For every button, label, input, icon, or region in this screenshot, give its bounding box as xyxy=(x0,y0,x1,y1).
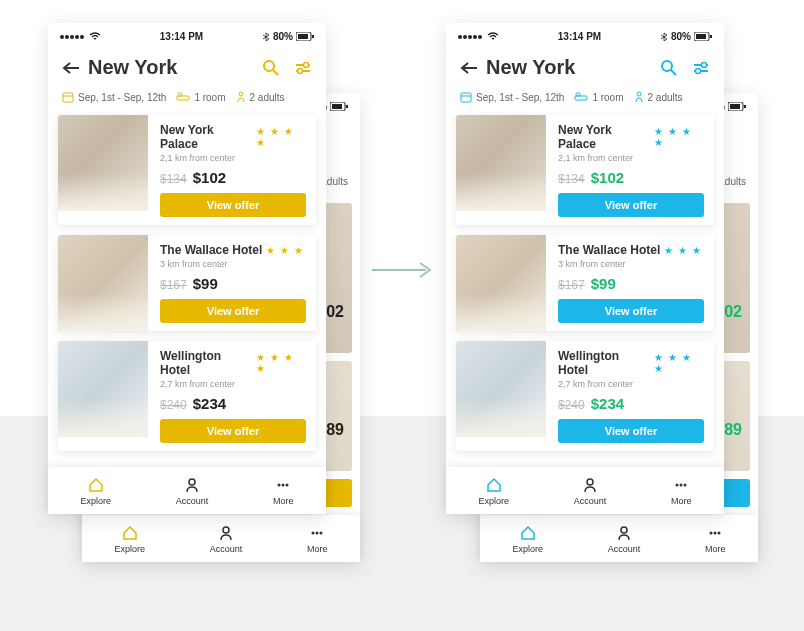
filter-bar: Sep, 1st - Sep, 12th 1 room 2 adults xyxy=(48,91,326,115)
home-icon xyxy=(520,525,536,541)
guest-icon xyxy=(634,91,644,103)
search-icon[interactable] xyxy=(660,59,678,77)
svg-rect-14 xyxy=(312,35,314,38)
new-price: $99 xyxy=(193,275,218,292)
filter-rooms[interactable]: 1 room xyxy=(574,92,623,103)
view-offer-button[interactable]: View offer xyxy=(558,299,704,323)
filter-guests-label: 2 adults xyxy=(648,92,683,103)
hotel-distance: 3 km from center xyxy=(558,259,704,269)
person-icon xyxy=(218,525,234,541)
tab-explore[interactable]: Explore xyxy=(478,477,509,506)
svg-rect-3 xyxy=(346,105,348,108)
svg-line-45 xyxy=(671,70,676,75)
behind-price-2: 89 xyxy=(326,421,344,439)
view-offer-button[interactable]: View offer xyxy=(558,193,704,217)
hotel-stars: ★ ★ ★ ★ xyxy=(256,352,306,374)
hotel-stars: ★ ★ ★ ★ xyxy=(256,126,306,148)
view-offer-button[interactable]: View offer xyxy=(558,419,704,443)
calendar-icon xyxy=(62,91,74,103)
svg-point-15 xyxy=(264,61,274,71)
tab-account-label: Account xyxy=(176,496,209,506)
back-button[interactable] xyxy=(62,61,80,75)
hotel-thumbnail xyxy=(58,235,148,331)
svg-rect-21 xyxy=(63,93,73,102)
filter-dates-label: Sep, 1st - Sep, 12th xyxy=(78,92,166,103)
hotel-stars: ★ ★ ★ xyxy=(664,245,702,256)
hotel-card[interactable]: The Wallace Hotel★ ★ ★ 3 km from center … xyxy=(58,235,316,331)
hotel-card[interactable]: Wellington Hotel★ ★ ★ ★ 2,7 km from cent… xyxy=(58,341,316,451)
filter-icon[interactable] xyxy=(294,59,312,77)
tab-more[interactable]: More xyxy=(705,525,726,554)
svg-point-11 xyxy=(320,532,323,535)
svg-rect-23 xyxy=(177,96,189,100)
person-icon xyxy=(184,477,200,493)
svg-point-38 xyxy=(710,532,713,535)
tab-account[interactable]: Account xyxy=(608,525,641,554)
svg-rect-31 xyxy=(730,104,740,109)
tab-account-label: Account xyxy=(210,544,243,554)
svg-point-20 xyxy=(298,68,303,73)
hotel-card[interactable]: New York Palace★ ★ ★ ★ 2,1 km from cente… xyxy=(58,115,316,225)
bluetooth-icon xyxy=(262,32,270,42)
svg-rect-2 xyxy=(332,104,342,109)
tab-explore-label: Explore xyxy=(114,544,145,554)
svg-point-29 xyxy=(286,484,289,487)
tab-explore[interactable]: Explore xyxy=(114,525,145,554)
dots-icon xyxy=(275,477,291,493)
hotel-distance: 3 km from center xyxy=(160,259,306,269)
hotel-card[interactable]: Wellington Hotel★ ★ ★ ★ 2,7 km from cent… xyxy=(456,341,714,451)
old-price: $167 xyxy=(558,278,585,292)
new-price: $102 xyxy=(193,169,226,186)
hotel-thumbnail xyxy=(58,341,148,437)
svg-point-55 xyxy=(587,479,593,485)
phone-variant-a: 13:14 PM 80% New York Sep, 1st - Sep, 12… xyxy=(48,23,326,514)
filter-guests[interactable]: 2 adults xyxy=(634,91,683,103)
svg-rect-42 xyxy=(696,34,706,39)
svg-point-9 xyxy=(312,532,315,535)
filter-icon[interactable] xyxy=(692,59,710,77)
person-icon xyxy=(582,477,598,493)
new-price: $234 xyxy=(193,395,226,412)
tab-bar: Explore Account More xyxy=(48,467,326,514)
old-price: $167 xyxy=(160,278,187,292)
home-icon xyxy=(486,477,502,493)
hotel-card[interactable]: New York Palace★ ★ ★ ★ 2,1 km from cente… xyxy=(456,115,714,225)
view-offer-button[interactable]: View offer xyxy=(160,193,306,217)
filter-guests[interactable]: 2 adults xyxy=(236,91,285,103)
hotel-thumbnail xyxy=(58,115,148,211)
tab-more[interactable]: More xyxy=(671,477,692,506)
tab-more[interactable]: More xyxy=(307,525,328,554)
filter-rooms[interactable]: 1 room xyxy=(176,92,225,103)
bluetooth-icon xyxy=(660,32,668,42)
view-offer-button[interactable]: View offer xyxy=(160,419,306,443)
hotel-card[interactable]: The Wallace Hotel★ ★ ★ 3 km from center … xyxy=(456,235,714,331)
wifi-icon xyxy=(89,32,101,41)
tab-more-label: More xyxy=(307,544,328,554)
svg-point-54 xyxy=(637,92,641,96)
hotel-name: New York Palace xyxy=(558,123,650,151)
filter-dates[interactable]: Sep, 1st - Sep, 12th xyxy=(62,91,166,103)
svg-point-56 xyxy=(676,484,679,487)
phone-variant-b: 13:14 PM 80% New York Sep, 1st - Sep, 12… xyxy=(446,23,724,514)
hotel-list: New York Palace★ ★ ★ ★ 2,1 km from cente… xyxy=(48,115,326,467)
status-time: 13:14 PM xyxy=(160,31,203,42)
tab-account-label: Account xyxy=(574,496,607,506)
tab-more[interactable]: More xyxy=(273,477,294,506)
signal-icon xyxy=(60,32,101,41)
tab-account[interactable]: Account xyxy=(176,477,209,506)
view-offer-button[interactable]: View offer xyxy=(160,299,306,323)
page-title: New York xyxy=(88,56,262,79)
svg-point-48 xyxy=(702,62,707,67)
back-button[interactable] xyxy=(460,61,478,75)
tab-explore[interactable]: Explore xyxy=(512,525,543,554)
filter-dates[interactable]: Sep, 1st - Sep, 12th xyxy=(460,91,564,103)
tab-explore-label: Explore xyxy=(478,496,509,506)
tab-explore[interactable]: Explore xyxy=(80,477,111,506)
tab-account[interactable]: Account xyxy=(210,525,243,554)
tab-account[interactable]: Account xyxy=(574,477,607,506)
hotel-thumbnail xyxy=(456,115,546,211)
search-icon[interactable] xyxy=(262,59,280,77)
svg-rect-24 xyxy=(178,93,182,96)
behind-price-1: 02 xyxy=(724,303,742,321)
hotel-list: New York Palace★ ★ ★ ★ 2,1 km from cente… xyxy=(446,115,724,467)
